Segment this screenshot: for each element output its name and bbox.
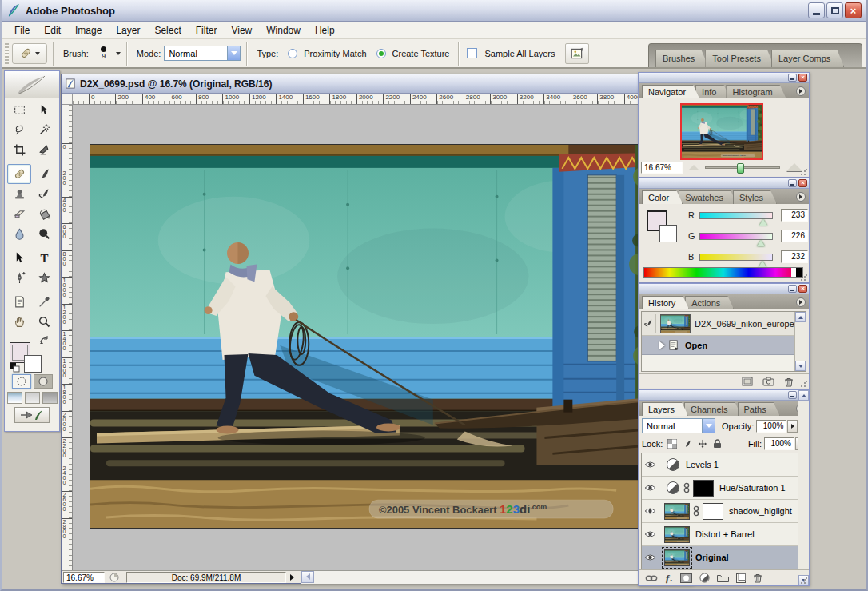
ruler-horizontal[interactable]: 0200400600800100012001400160018002000220…	[73, 94, 680, 105]
new-adjustment-layer-icon[interactable]	[699, 573, 710, 583]
layer-thumbnail[interactable]	[664, 549, 690, 566]
tool-rectangular-marquee[interactable]	[7, 100, 31, 120]
navigator-zoom-field[interactable]: 16.67%	[641, 162, 683, 174]
layer-name[interactable]: Hue/Saturation 1	[719, 483, 786, 493]
standard-mode-button[interactable]	[12, 374, 31, 389]
app-titlebar[interactable]: Adobe Photoshop ×	[2, 0, 866, 22]
layer-row-hue-saturation[interactable]: Hue/Saturation 1	[642, 477, 806, 500]
blue-value-field[interactable]: 232	[781, 250, 808, 263]
layer-name[interactable]: Original	[695, 553, 729, 562]
new-snapshot-icon[interactable]	[761, 376, 775, 387]
blue-slider[interactable]	[699, 254, 773, 261]
fill-field[interactable]: 100%	[764, 437, 794, 450]
well-tab-tool-presets[interactable]: Tool Presets	[705, 50, 774, 67]
minimize-button[interactable]	[808, 2, 825, 18]
fullscreen-mode-button[interactable]	[42, 392, 58, 404]
snapshot-name[interactable]: D2X_0699_nikon_europe....	[695, 319, 804, 329]
layer-thumbnail[interactable]	[664, 503, 690, 520]
panel-resize-grip[interactable]	[800, 380, 808, 388]
scroll-up-icon[interactable]	[798, 390, 809, 401]
standard-screen-mode-button[interactable]	[7, 392, 22, 404]
scroll-up-icon[interactable]	[795, 312, 806, 322]
edit-in-imageready-button[interactable]	[14, 407, 50, 423]
history-state-open[interactable]: Open	[642, 336, 806, 355]
green-value-field[interactable]: 226	[781, 230, 808, 242]
panel-menu-icon[interactable]	[796, 86, 806, 96]
scroll-down-icon[interactable]	[795, 361, 806, 371]
red-slider[interactable]	[699, 212, 773, 219]
menu-file[interactable]: File	[7, 23, 37, 38]
tool-lasso[interactable]	[7, 120, 31, 140]
panel-minimize-button[interactable]	[788, 74, 797, 82]
lock-position-icon[interactable]	[696, 438, 708, 449]
tool-paint-bucket[interactable]	[32, 204, 56, 224]
new-group-icon[interactable]	[717, 573, 729, 582]
lock-transparency-icon[interactable]	[666, 438, 678, 449]
menu-image[interactable]: Image	[68, 23, 109, 38]
background-color-swatch[interactable]	[24, 355, 42, 373]
tool-clone-stamp[interactable]	[7, 184, 31, 204]
tool-zoom[interactable]	[32, 312, 56, 332]
tool-eraser[interactable]	[7, 204, 31, 224]
history-titlebar[interactable]: ×	[639, 284, 809, 294]
color-spectrum-ramp[interactable]	[643, 267, 803, 278]
panel-close-button[interactable]: ×	[798, 74, 807, 82]
red-slider-thumb[interactable]	[759, 219, 767, 226]
layer-thumbnail[interactable]	[664, 526, 690, 543]
panel-minimize-button[interactable]	[788, 285, 797, 293]
tool-custom-shape[interactable]	[32, 268, 56, 288]
close-button[interactable]: ×	[845, 2, 862, 18]
ruler-corner[interactable]	[62, 94, 73, 105]
opacity-slider-button[interactable]	[787, 420, 798, 433]
radio-proximity-match[interactable]	[288, 49, 297, 58]
navigator-proxy-view[interactable]	[680, 103, 763, 160]
tab-history[interactable]: History	[642, 296, 689, 309]
canvas-area[interactable]	[73, 105, 680, 572]
tab-styles[interactable]: Styles	[733, 190, 777, 204]
add-mask-icon[interactable]	[680, 573, 692, 583]
navigator-titlebar[interactable]: ×	[639, 73, 809, 83]
new-document-from-state-icon[interactable]	[740, 376, 755, 387]
combo-arrow-icon[interactable]	[702, 419, 715, 433]
tool-blur[interactable]	[7, 224, 31, 244]
file-browser-button[interactable]	[565, 43, 589, 64]
panel-resize-grip[interactable]	[800, 274, 808, 282]
panel-menu-icon[interactable]	[796, 297, 806, 307]
layer-name[interactable]: Distort + Barrel	[695, 529, 755, 539]
panel-minimize-button[interactable]	[788, 391, 797, 399]
panel-resize-grip[interactable]	[800, 577, 808, 585]
menu-help[interactable]: Help	[308, 23, 342, 38]
tool-slice[interactable]	[32, 140, 56, 160]
layers-scrollbar[interactable]	[798, 390, 809, 585]
photo-image[interactable]	[90, 144, 663, 529]
swap-colors-icon[interactable]	[38, 336, 50, 345]
tool-type[interactable]: T	[32, 248, 56, 268]
delete-layer-icon[interactable]	[753, 573, 762, 583]
red-value-field[interactable]: 233	[781, 209, 808, 222]
green-slider[interactable]	[699, 233, 773, 240]
link-layers-icon[interactable]	[645, 574, 658, 582]
tab-actions[interactable]: Actions	[685, 296, 734, 309]
visibility-toggle[interactable]	[642, 546, 659, 569]
adjustment-layer-icon[interactable]	[666, 457, 680, 472]
layers-titlebar[interactable]: ×	[639, 390, 809, 401]
layer-row-levels[interactable]: Levels 1	[642, 453, 806, 477]
layer-name[interactable]: shadow_higlight	[729, 506, 792, 516]
lock-image-icon[interactable]	[681, 438, 693, 449]
menu-window[interactable]: Window	[259, 23, 308, 38]
history-source-icon[interactable]	[642, 314, 656, 333]
ruler-vertical[interactable]: 0200400600800100012001400160018002000220…	[62, 105, 73, 572]
tool-eyedropper[interactable]	[32, 292, 56, 312]
well-tab-brushes[interactable]: Brushes	[655, 50, 708, 67]
tool-brush[interactable]	[32, 164, 56, 184]
tool-move[interactable]	[32, 100, 56, 120]
tool-crop[interactable]	[7, 140, 31, 160]
blend-mode-select[interactable]: Normal	[642, 418, 715, 433]
quick-mask-mode-button[interactable]	[34, 374, 53, 389]
history-snapshot-row[interactable]: D2X_0699_nikon_europe....	[642, 312, 806, 336]
blue-slider-thumb[interactable]	[759, 261, 766, 267]
status-note-icon[interactable]	[107, 572, 121, 583]
scroll-left-icon[interactable]	[301, 571, 314, 583]
tool-pen[interactable]	[7, 268, 31, 288]
zoom-out-icon[interactable]	[689, 165, 699, 170]
